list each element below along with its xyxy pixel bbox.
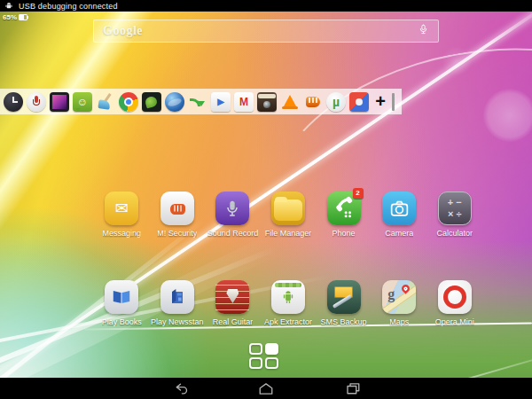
sms-backup-icon [327,280,361,314]
app-camera[interactable]: Camera [372,192,427,238]
app-label: Phone [332,229,356,238]
app-m-security[interactable]: M! Security [150,192,206,238]
app-label: Play Newsstan [151,317,204,326]
play-books-icon [105,280,138,314]
app-label: Messaging [103,229,142,238]
phone-icon: 2 [327,192,361,225]
grid-cell [249,357,262,369]
app-sound-record[interactable]: Sound Record [205,192,261,238]
app-label: Calculator [436,229,473,238]
add-icon[interactable]: + [372,92,388,112]
app-label: File Manager [265,229,312,238]
text-cursor [392,93,395,111]
microphone-icon [215,192,249,225]
grid-cell [265,357,278,369]
android-home-screen: USB debugging connected 65% Google ☺ ▶ M [0,0,532,399]
app-label: Play Books [102,317,142,326]
chrome-icon[interactable] [119,92,138,112]
grid-cell-filled [265,343,278,355]
battery-indicator: 65% [3,13,27,21]
app-drawer-widget[interactable] [249,343,278,369]
clock-icon[interactable] [4,92,23,112]
utorrent-icon[interactable]: µ [326,92,346,112]
app-sms-backup[interactable]: SMS Backup [316,280,372,326]
home-button[interactable] [246,378,286,399]
app-play-newsstand[interactable]: Play Newsstan [150,280,206,326]
app-tray: ☺ ▶ M µ + [0,89,402,114]
photo-studio-icon[interactable] [142,92,161,112]
recents-button[interactable] [333,378,372,399]
status-message: USB debugging connected [19,2,118,11]
green-arrow-icon[interactable] [188,92,207,112]
app-file-manager[interactable]: File Manager [261,192,317,238]
home-grid-row-2: Play Books Play Newsstan Real Guitar [94,280,482,326]
app-maps[interactable]: g Maps [372,280,427,326]
battery-percent: 65% [3,13,17,21]
app-label: SMS Backup [321,317,367,326]
app-calculator[interactable]: + − × ÷ Calculator [426,192,482,238]
boxing-fist-icon[interactable] [303,92,323,112]
app-opera-mini[interactable]: Opera Mini [426,280,482,326]
app-play-books[interactable]: Play Books [94,280,150,326]
fist-icon [160,192,194,225]
home-icon [258,382,274,395]
clean-master-icon[interactable] [96,92,115,112]
maps-g-letter: g [387,286,395,302]
android-debug-icon [4,0,14,14]
app-label: M! Security [157,229,197,238]
google-logo: Google [103,24,143,38]
back-button[interactable] [162,378,201,399]
app-label: Maps [389,317,409,326]
app-label: Real Guitar [213,317,254,326]
folder-icon [271,192,305,225]
envelope-icon: ✉ [115,200,129,216]
guitar-pick-icon [215,280,249,314]
vlc-icon[interactable] [280,92,300,112]
calc-operators-top: + − [448,197,462,208]
play-newsstand-icon [160,280,194,314]
calculator-icon: + − × ÷ [438,192,472,225]
recents-icon [345,382,361,395]
voice-recorder-icon[interactable] [27,92,46,112]
app-real-guitar[interactable]: Real Guitar [205,280,261,326]
gallery-icon[interactable] [50,92,69,112]
nav-bar [0,378,532,399]
google-search-bar[interactable]: Google [93,20,439,43]
calc-operators-bottom: × ÷ [448,208,462,220]
back-icon [174,382,190,395]
mic-icon[interactable] [418,23,429,39]
status-bar[interactable]: USB debugging connected [0,0,532,12]
notification-badge: 2 [353,188,364,199]
opera-o-icon [438,280,472,314]
camera-icon [382,192,416,225]
play-movies-icon[interactable]: ▶ [211,92,231,112]
app-label: Opera Mini [435,317,474,326]
app-label: Apk Extractor [264,317,312,326]
app-apk-extractor[interactable]: Apk Extractor [261,280,317,326]
gmail-icon[interactable]: M [234,92,254,112]
browser-globe-icon[interactable] [165,92,184,112]
home-grid-row-1: ✉ Messaging M! Security [94,192,482,238]
maps-icon: g [382,280,416,314]
messaging-icon: ✉ [105,192,138,225]
battery-icon [19,14,27,20]
android-robot-icon [271,280,305,314]
photo-grid-icon[interactable] [349,92,369,112]
app-label: Sound Record [207,229,259,238]
app-phone[interactable]: 2 Phone [316,192,372,238]
app-messaging[interactable]: ✉ Messaging [94,192,150,238]
retro-camera-icon[interactable] [257,92,277,112]
app-label: Camera [385,229,413,238]
grid-cell [249,343,262,355]
messenger-icon[interactable]: ☺ [73,92,92,112]
